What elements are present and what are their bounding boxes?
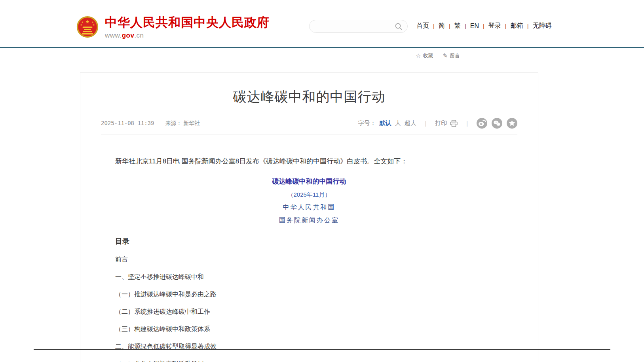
toc-item-1-1: （一）推进碳达峰碳中和是必由之路 [115,290,503,298]
site-header: ★ ★ ★ ★ ★ 中华人民共和国中央人民政府 www.gov.cn 首页| 简… [0,0,644,48]
page-tools: ☆ 收藏 ✎ 留言 [416,52,460,59]
article-meta-row: 2025-11-08 11:39 来源： 新华社 字号： 默认 大 超大 | 打… [101,118,517,135]
print-button[interactable]: 打印 [435,119,458,127]
toc-item-2-1: （一）非化石能源实现跃升发展 [115,360,503,362]
message-label: 留言 [450,52,460,59]
search-box[interactable] [309,20,408,33]
nav-mail[interactable]: 邮箱 [507,22,527,30]
toc-item-preface: 前言 [115,256,503,263]
font-size-label: 字号： [358,119,376,127]
article-container: 碳达峰碳中和的中国行动 2025-11-08 11:39 来源： 新华社 字号：… [80,72,538,362]
font-size-xlarge[interactable]: 超大 [405,119,416,127]
article-body: 新华社北京11月8日电 国务院新闻办公室8日发布《碳达峰碳中和的中国行动》白皮书… [115,156,503,362]
print-label: 打印 [435,119,447,127]
source: 来源： 新华社 [165,120,200,127]
document-author-line2: 国务院新闻办公室 [115,216,503,225]
weibo-share-icon[interactable] [477,118,487,129]
svg-text:★: ★ [80,23,83,26]
meta-separator: | [466,120,468,127]
font-size-large[interactable]: 大 [395,119,401,127]
meta-separator: | [425,120,427,127]
svg-text:★: ★ [81,21,84,23]
article-title: 碳达峰碳中和的中国行动 [80,88,538,106]
source-name[interactable]: 新华社 [183,120,200,126]
wechat-share-icon[interactable] [492,118,502,129]
toc-item-1-3: （三）构建碳达峰碳中和政策体系 [115,325,503,333]
nav-traditional[interactable]: 繁 [450,22,465,30]
document-title: 碳达峰碳中和的中国行动 [115,177,503,186]
favorite-button[interactable]: ☆ 收藏 [416,52,433,59]
favorite-label: 收藏 [423,52,433,59]
svg-text:★: ★ [91,21,94,23]
nav-english[interactable]: EN [466,23,483,30]
site-logo[interactable]: ★ ★ ★ ★ ★ 中华人民共和国中央人民政府 www.gov.cn [76,16,270,40]
toc-heading: 目录 [115,237,503,246]
search-input[interactable] [310,20,395,32]
article-meta-left: 2025-11-08 11:39 来源： 新华社 [101,120,200,127]
svg-text:★: ★ [85,19,90,25]
pencil-icon: ✎ [443,52,448,59]
font-size-default[interactable]: 默认 [380,119,391,127]
publish-date: 2025-11-08 11:39 [101,120,154,127]
printer-icon [450,120,458,127]
nav-simplified[interactable]: 简 [435,22,449,30]
top-nav: 首页| 简| 繁| EN| 登录| 邮箱| 无障碍 [412,22,556,30]
site-title: 中华人民共和国中央人民政府 [105,16,270,29]
star-outline-icon: ☆ [416,52,421,59]
more-share-star-icon[interactable] [507,118,517,129]
nav-home[interactable]: 首页 [412,22,433,30]
search-icon[interactable] [395,23,403,30]
site-url: www.gov.cn [105,32,270,40]
toc-item-1-2: （二）系统推进碳达峰碳中和工作 [115,308,503,316]
nav-accessibility[interactable]: 无障碍 [529,22,556,30]
document-author-line1: 中华人民共和国 [115,203,503,212]
national-emblem-icon: ★ ★ ★ ★ ★ [76,16,99,38]
toc-item-1: 一、坚定不移推进碳达峰碳中和 [115,273,503,281]
document-date: （2025年11月） [115,191,503,199]
message-button[interactable]: ✎ 留言 [443,52,460,59]
share-icons [477,118,517,129]
intro-paragraph: 新华社北京11月8日电 国务院新闻办公室8日发布《碳达峰碳中和的中国行动》白皮书… [115,156,503,167]
nav-login[interactable]: 登录 [484,22,505,30]
svg-text:★: ★ [93,23,95,26]
article-meta-right: 字号： 默认 大 超大 | 打印 | [358,118,517,129]
bottom-divider [34,349,610,350]
